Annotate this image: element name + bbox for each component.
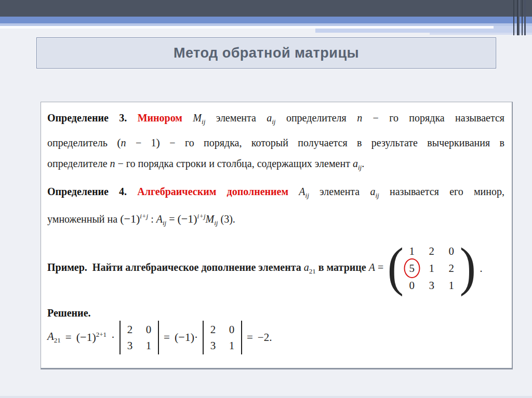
pow-base: (−1) — [76, 331, 96, 344]
matrix-cell: 1 — [406, 244, 418, 258]
colon: : — [151, 213, 154, 225]
header-vertical-stripes — [512, 0, 527, 35]
def4-word: называется его минор, — [390, 186, 504, 197]
det-cell: 0 — [227, 323, 236, 336]
slide-title-box: Метод обратной матрицы — [36, 37, 496, 68]
math-minus-one-power: (−1)i+jMij — [178, 213, 218, 225]
matrix-A: ( 1 2 0 5 1 2 0 3 1 ) — [387, 241, 476, 295]
def3-label: Определение 3. — [47, 112, 127, 123]
det-cell: 1 — [144, 339, 153, 352]
det-cell: 3 — [125, 339, 135, 352]
math-minus-one-power: (−1)2+1 — [76, 331, 107, 344]
example-row: Пример. Найти алгебраическое дополнение … — [47, 240, 504, 296]
minus-one: − 1 — [126, 137, 156, 148]
var-A: A — [299, 186, 305, 197]
matrix-cell: 2 — [425, 244, 438, 258]
math-a-ij: aij — [267, 112, 275, 123]
matrix-paren-open: ( — [388, 240, 404, 294]
math-A-21: A21 — [47, 330, 61, 345]
var-n: n — [110, 158, 115, 169]
det-cell: 2 — [125, 323, 135, 336]
matrix-cell: 0 — [445, 244, 458, 258]
var-M: M — [206, 213, 215, 225]
def4-term-cofactor: Алгебраическим дополнением — [137, 186, 288, 197]
matrix-cell: 2 — [445, 262, 458, 275]
pow-exp: 2+1 — [96, 331, 107, 338]
sub-21: 21 — [309, 267, 316, 275]
var-A: A — [156, 213, 163, 225]
def3-word: − го порядка называется — [373, 112, 504, 123]
sub-21: 21 — [54, 336, 61, 344]
formula-number: (3). — [220, 213, 235, 225]
sub-ij: ij — [202, 118, 205, 126]
neg-one: (−1) — [175, 331, 194, 344]
matrix-cell: 1 — [445, 279, 458, 292]
period: . — [362, 158, 364, 169]
def4-line2: умноженный на (−1)i+j : Aij = (−1)i+jMij… — [47, 206, 504, 234]
matrix-paren-close: ) — [460, 240, 476, 294]
math-A-ij: Aij — [299, 186, 309, 197]
determinant-2: 2 0 3 1 — [203, 321, 242, 354]
math-minus-one-power: (−1)i+j — [120, 213, 148, 225]
var-a: a — [353, 158, 358, 169]
math-minus-one: (−1)· — [175, 331, 198, 344]
def4-line1: Определение 4. Алгебраическим дополнение… — [47, 181, 504, 206]
cdot: · — [194, 331, 198, 344]
def4-label: Определение 4. — [47, 186, 127, 197]
example-task2: в матрице — [318, 262, 366, 273]
def3-term-minor: Минором — [138, 112, 182, 123]
definition-4: Определение 4. Алгебраическим дополнение… — [47, 181, 504, 234]
def3-line3: определителе n − го порядка строки и сто… — [47, 153, 504, 178]
det-cell: 3 — [208, 339, 218, 352]
sub-ij: ij — [163, 219, 166, 227]
determinant-1: 2 0 3 1 — [119, 321, 159, 354]
equals: = — [169, 213, 175, 225]
math-n: n — [110, 158, 115, 169]
equals: = — [164, 331, 170, 344]
example-text: Пример. Найти алгебраическое дополнение … — [47, 262, 383, 276]
math-M-ij: Mij — [193, 112, 205, 123]
def3-word: определителе — [47, 158, 108, 169]
example-task: Найти алгебраическое дополнение элемента — [92, 262, 301, 273]
solution-label: Решение. — [47, 307, 91, 319]
var-a: a — [304, 262, 309, 273]
matrix-cell: 0 — [406, 279, 418, 292]
math-n-minus-1: (n − 1) — [117, 137, 160, 148]
pow-exp: i+j — [197, 212, 206, 220]
var-a: a — [267, 112, 272, 123]
var-M: M — [193, 112, 202, 123]
equals: = — [378, 262, 383, 273]
sub-ij: ij — [272, 118, 275, 126]
math-a-ij: aij — [353, 158, 362, 169]
def3-word: − го порядка строки и столбца, содержащи… — [118, 158, 350, 169]
header-blue-bar — [0, 17, 532, 23]
content-box: Определение 3. Минором Mij элемента aij … — [41, 102, 513, 369]
equals: = — [65, 331, 72, 344]
pow-exp: i+j — [140, 212, 148, 220]
det-cell: 2 — [208, 323, 218, 336]
def4-word: элемента — [320, 186, 360, 197]
def3-word: элемента — [216, 112, 256, 123]
def3-word: определителя — [286, 112, 347, 123]
footer-strip — [0, 396, 532, 398]
var-A: A — [47, 330, 54, 342]
matrix-grid: 1 2 0 5 1 2 0 3 1 — [406, 244, 458, 292]
math-n: n — [357, 112, 362, 123]
def4-word: умноженный на — [47, 213, 117, 225]
det-cell: 1 — [227, 339, 236, 352]
header-dark-bar — [0, 0, 532, 17]
def3-line2: определитель (n − 1) − го порядка, котор… — [47, 132, 504, 153]
math-A-equals: A = — [369, 262, 384, 273]
equals: = — [247, 331, 253, 344]
matrix-cell-circled: 5 — [406, 262, 418, 275]
def3-word: − го порядка, который получается в резул… — [169, 137, 504, 148]
matrix-cell: 1 — [425, 262, 438, 275]
var-n: n — [121, 137, 126, 148]
matrix-cell: 3 — [425, 279, 438, 292]
paren-close: ) — [156, 136, 160, 149]
def3-line1: Определение 3. Минором Mij элемента aij … — [47, 107, 504, 132]
period: . — [480, 263, 482, 275]
paren-open: ( — [117, 136, 121, 149]
sub-ij: ij — [305, 191, 309, 199]
var-a: a — [370, 186, 375, 197]
